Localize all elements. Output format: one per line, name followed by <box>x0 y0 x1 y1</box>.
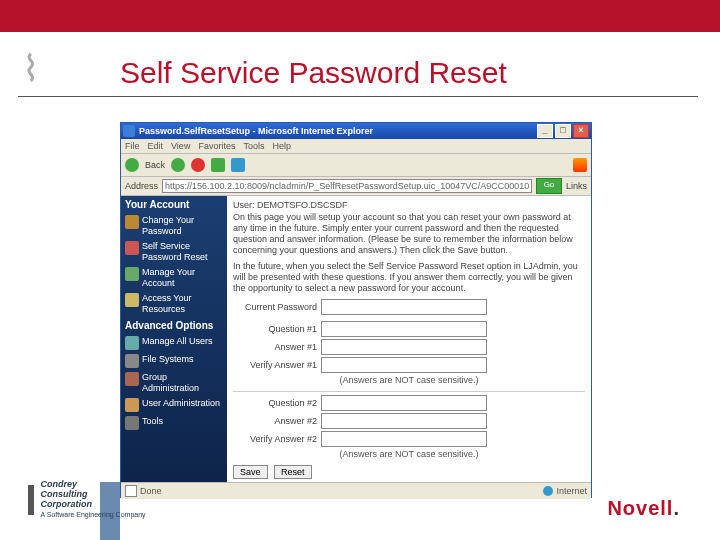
sidebar-item-self-service[interactable]: Self Service Password Reset <box>121 239 227 265</box>
home-icon[interactable] <box>231 158 245 172</box>
sidebar-item-tools[interactable]: Tools <box>121 414 227 432</box>
go-button[interactable]: Go <box>536 178 562 194</box>
user-icon <box>125 267 139 281</box>
top-red-bar <box>0 0 720 32</box>
input-v2[interactable] <box>321 431 487 447</box>
input-a2[interactable] <box>321 413 487 429</box>
sidebar-heading-advanced: Advanced Options <box>121 317 227 334</box>
label-v1: Verify Answer #1 <box>233 360 317 370</box>
back-icon[interactable] <box>125 158 139 172</box>
key-icon <box>125 215 139 229</box>
intro-text-1: On this page you will setup your account… <box>233 212 585 256</box>
close-button[interactable]: × <box>573 124 589 138</box>
folder-icon <box>125 293 139 307</box>
menu-file[interactable]: File <box>125 141 140 151</box>
label-current-password: Current Password <box>233 302 317 312</box>
note-1: (Answers are NOT case sensitive.) <box>233 375 585 385</box>
address-input[interactable] <box>162 179 532 193</box>
condrey-logo: Condrey Consulting Corporation A Softwar… <box>28 479 146 520</box>
save-button[interactable]: Save <box>233 465 268 479</box>
globe-icon <box>543 486 553 496</box>
sidebar-item-manage-account[interactable]: Manage Your Account <box>121 265 227 291</box>
address-bar: Address Go Links <box>121 177 591 196</box>
tools-icon <box>125 416 139 430</box>
input-current-password[interactable] <box>321 299 487 315</box>
sidebar: Your Account Change Your Password Self S… <box>121 196 227 482</box>
input-q1[interactable] <box>321 321 487 337</box>
sidebar-item-group-admin[interactable]: Group Administration <box>121 370 227 396</box>
menu-edit[interactable]: Edit <box>148 141 164 151</box>
sidebar-item-manage-users[interactable]: Manage All Users <box>121 334 227 352</box>
sidebar-item-file-systems[interactable]: File Systems <box>121 352 227 370</box>
menu-tools[interactable]: Tools <box>243 141 264 151</box>
minimize-button[interactable]: _ <box>537 124 553 138</box>
ie-icon <box>123 125 135 137</box>
status-bar: Done Internet <box>121 482 591 499</box>
title-underline <box>18 96 698 97</box>
slide-title: Self Service Password Reset <box>120 56 507 90</box>
window-title: Password.SelfResetSetup - Microsoft Inte… <box>139 126 535 136</box>
sidebar-heading-account: Your Account <box>121 196 227 213</box>
maximize-button[interactable]: □ <box>555 124 571 138</box>
sidebar-item-access-resources[interactable]: Access Your Resources <box>121 291 227 317</box>
menu-view[interactable]: View <box>171 141 190 151</box>
label-q2: Question #2 <box>233 398 317 408</box>
links-label: Links <box>566 181 587 191</box>
refresh-icon[interactable] <box>211 158 225 172</box>
group-icon <box>125 372 139 386</box>
reset-icon <box>125 241 139 255</box>
throbber-icon <box>573 158 587 172</box>
forward-icon[interactable] <box>171 158 185 172</box>
ie-window: Password.SelfResetSetup - Microsoft Inte… <box>120 122 592 498</box>
label-a2: Answer #2 <box>233 416 317 426</box>
input-v1[interactable] <box>321 357 487 373</box>
sidebar-item-change-password[interactable]: Change Your Password <box>121 213 227 239</box>
menu-help[interactable]: Help <box>272 141 291 151</box>
label-v2: Verify Answer #2 <box>233 434 317 444</box>
back-label[interactable]: Back <box>145 160 165 170</box>
stop-icon[interactable] <box>191 158 205 172</box>
divider <box>233 391 585 392</box>
menu-favorites[interactable]: Favorites <box>198 141 235 151</box>
note-2: (Answers are NOT case sensitive.) <box>233 449 585 459</box>
reset-button[interactable]: Reset <box>274 465 312 479</box>
content-area: Your Account Change Your Password Self S… <box>121 196 591 482</box>
toolbar: Back <box>121 154 591 177</box>
sidebar-item-user-admin[interactable]: User Administration <box>121 396 227 414</box>
form: Current Password Question #1 Answer #1 V… <box>233 299 585 479</box>
input-q2[interactable] <box>321 395 487 411</box>
admin-icon <box>125 398 139 412</box>
status-internet: Internet <box>543 486 587 496</box>
address-label: Address <box>125 181 158 191</box>
ie-titlebar: Password.SelfResetSetup - Microsoft Inte… <box>121 123 591 139</box>
label-a1: Answer #1 <box>233 342 317 352</box>
menu-bar: File Edit View Favorites Tools Help <box>121 139 591 154</box>
intro-text-2: In the future, when you select the Self … <box>233 261 585 294</box>
input-a1[interactable] <box>321 339 487 355</box>
novell-logo: Novell. <box>607 497 680 520</box>
main-panel: User: DEMOTSFO.DSCSDF On this page you w… <box>227 196 591 482</box>
label-q1: Question #1 <box>233 324 317 334</box>
disk-icon <box>125 354 139 368</box>
user-label: User: DEMOTSFO.DSCSDF <box>233 200 585 210</box>
squiggle-icon: ⌇ <box>22 48 40 90</box>
users-icon <box>125 336 139 350</box>
